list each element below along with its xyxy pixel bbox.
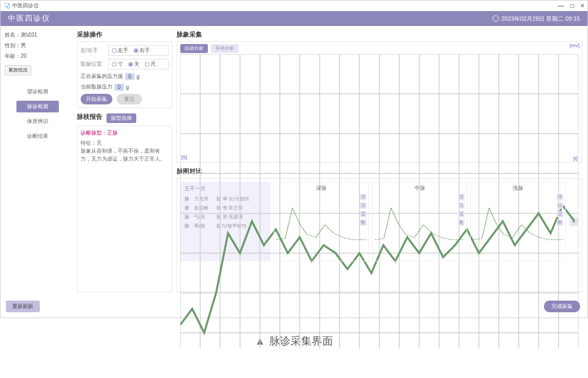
chart-box: 自动分析 手动分析 [mV] bbox=[177, 41, 582, 163]
pos-chi-option[interactable]: 尺 bbox=[145, 60, 156, 68]
mini-chart-shallow[interactable]: 浅脉 浮沉涩数 bbox=[470, 182, 566, 261]
pos-radio-group: 寸 关 尺 bbox=[108, 59, 169, 69]
nav-mai[interactable]: 脉诊检测 bbox=[16, 101, 59, 112]
report-desc: 脉象从容和缓，不疾不徐，柔和有力，无力为虚证，脉力大于正常人。 bbox=[81, 147, 169, 163]
badge[interactable]: 沉 bbox=[458, 203, 464, 209]
badge[interactable]: 涩 bbox=[360, 211, 366, 217]
best-pressure-label: 当前取脉压力 bbox=[81, 83, 112, 91]
badge[interactable]: 浮 bbox=[360, 194, 366, 200]
report-box: 诊断脉型：正脉 特征：无 脉象从容和缓，不疾不徐，柔和有力，无力为虚证，脉力大于… bbox=[77, 126, 172, 292]
reset-button[interactable]: 复位 bbox=[117, 94, 142, 104]
chart-title: 脉象采集 bbox=[177, 30, 582, 39]
badge[interactable]: 数 bbox=[360, 219, 366, 226]
patient-sex: 性别：男 bbox=[5, 42, 71, 49]
mini-chart-deep[interactable]: 深脉 浮沉涩数 bbox=[274, 182, 369, 261]
header-datetime: 2023年02月28日 星期二 09:15 bbox=[493, 15, 580, 23]
report-result-value: 正脉 bbox=[107, 130, 118, 136]
nav-result[interactable]: 诊断结果 bbox=[16, 130, 59, 142]
titlebar: 🩺 中医四诊仪 — □ × bbox=[1, 1, 587, 11]
report-result-label: 诊断脉型： bbox=[81, 130, 107, 136]
mini-title-deep: 深脉 bbox=[276, 184, 366, 192]
nav-wang[interactable]: 望诊检测 bbox=[16, 86, 59, 98]
minimize-button[interactable]: — bbox=[558, 2, 564, 10]
badge[interactable]: 浮 bbox=[458, 194, 464, 200]
pos-cun-option[interactable]: 寸 bbox=[112, 60, 123, 68]
badge[interactable]: 涩 bbox=[557, 211, 563, 217]
badge[interactable]: 数 bbox=[458, 219, 464, 226]
patient-age: 年龄：20 bbox=[5, 52, 71, 60]
badge[interactable]: 涩 bbox=[458, 211, 464, 217]
chart-canvas[interactable]: [S] [t] bbox=[180, 54, 578, 160]
hand-left-option[interactable]: 左手 bbox=[112, 47, 128, 54]
content-area: 姓名：测试01 性别：男 年龄：20 紧急情况 望诊检测 脉诊检测 体质辨识 诊… bbox=[1, 26, 587, 296]
badge[interactable]: 沉 bbox=[557, 203, 563, 209]
nav-tizhi[interactable]: 体质辨识 bbox=[16, 116, 59, 127]
y-axis-unit: [mV] bbox=[569, 43, 580, 48]
cur-pressure-label: 正在采集的压力值 bbox=[81, 73, 123, 80]
mini-title-shallow: 浅脉 bbox=[473, 184, 563, 192]
hand-radio-group: 左手 右手 bbox=[108, 45, 169, 56]
badge[interactable]: 浮 bbox=[557, 194, 563, 200]
clock-icon bbox=[493, 15, 499, 22]
header-datetime-text: 2023年02月28日 星期二 09:15 bbox=[501, 15, 580, 23]
pos-label: 取脉位置 bbox=[81, 60, 106, 68]
cur-pressure-value: 0 bbox=[125, 73, 135, 80]
emergency-button[interactable]: 紧急情况 bbox=[5, 65, 31, 75]
pulse-type-select-button[interactable]: 脉型选择 bbox=[107, 113, 136, 123]
pos-guan-option[interactable]: 关 bbox=[128, 60, 139, 68]
maximize-button[interactable]: □ bbox=[571, 2, 574, 10]
patient-name: 姓名：测试01 bbox=[5, 31, 71, 39]
header-bar: 中医四诊仪 2023年02月28日 星期二 09:15 bbox=[1, 11, 587, 26]
window-title-text: 中医四诊仪 bbox=[12, 2, 39, 10]
report-feature-label: 特征： bbox=[81, 140, 96, 146]
tab-manual-analysis[interactable]: 手动分析 bbox=[211, 44, 239, 53]
hand-right-option[interactable]: 右手 bbox=[134, 47, 150, 54]
complete-button[interactable]: 完成采集 bbox=[544, 301, 580, 312]
hand-label: 左/右手 bbox=[81, 47, 106, 54]
nav: 望诊检测 脉诊检测 体质辨识 诊断结果 bbox=[5, 86, 71, 142]
cur-unit: g bbox=[137, 74, 140, 80]
report-title: 脉枝报告 bbox=[77, 112, 102, 121]
operate-section: 采脉操作 左/右手 左手 右手 取脉位置 寸 bbox=[77, 30, 172, 108]
bottom-bar: 重新刷新 完成采集 bbox=[1, 296, 587, 318]
best-unit: g bbox=[126, 84, 129, 90]
close-button[interactable]: × bbox=[581, 2, 584, 10]
mini-title-mid: 中脉 bbox=[375, 184, 465, 192]
x-axis-end: [t] bbox=[573, 156, 577, 161]
titlebar-title: 🩺 中医四诊仪 bbox=[4, 2, 39, 10]
refresh-button[interactable]: 重新刷新 bbox=[6, 301, 40, 312]
badge[interactable]: 数 bbox=[557, 219, 563, 226]
mini-chart-mid[interactable]: 中脉 浮沉涩数 bbox=[372, 182, 468, 261]
chart-section: 脉象采集 自动分析 手动分析 [mV] bbox=[177, 30, 582, 163]
header-title: 中医四诊仪 bbox=[8, 14, 50, 23]
best-pressure-value: 0 bbox=[115, 84, 124, 91]
badge[interactable]: 沉 bbox=[360, 203, 366, 209]
start-collect-button[interactable]: 开始采集 bbox=[81, 94, 112, 104]
tab-auto-analysis[interactable]: 自动分析 bbox=[180, 44, 208, 53]
main-panel: 采脉操作 左/右手 左手 右手 取脉位置 寸 bbox=[75, 26, 587, 296]
operate-box: 左/右手 左手 右手 取脉位置 寸 关 尺 bbox=[77, 41, 172, 108]
app-icon: 🩺 bbox=[4, 3, 10, 8]
app-window: 🩺 中医四诊仪 — □ × 中医四诊仪 2023年02月28日 星期二 09:1… bbox=[0, 0, 588, 318]
report-feature-value: 无 bbox=[96, 140, 102, 146]
sidebar: 姓名：测试01 性别：男 年龄：20 紧急情况 望诊检测 脉诊检测 体质辨识 诊… bbox=[1, 26, 75, 296]
x-axis-start: [S] bbox=[181, 155, 187, 160]
operate-title: 采脉操作 bbox=[77, 30, 172, 39]
